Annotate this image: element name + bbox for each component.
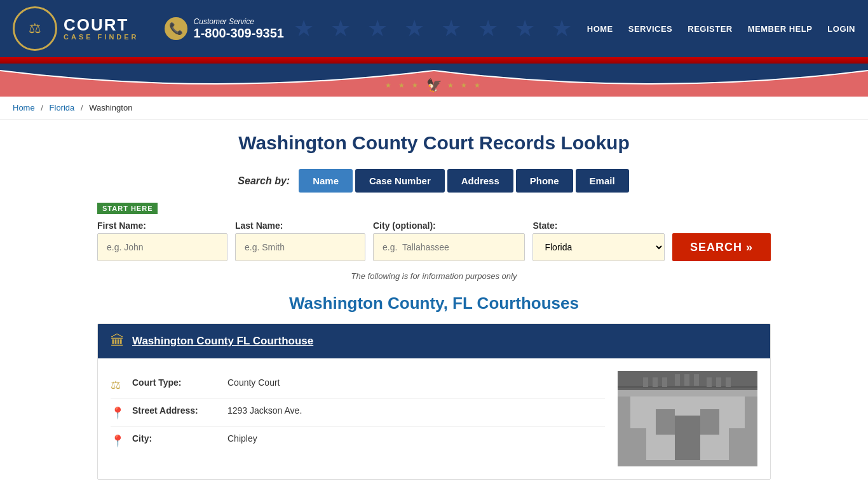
tab-phone[interactable]: Phone: [516, 169, 573, 193]
nav-member-help[interactable]: MEMBER HELP: [748, 24, 813, 34]
red-banner: [0, 57, 868, 64]
search-by-row: Search by: Name Case Number Address Phon…: [97, 169, 771, 193]
nav-home[interactable]: HOME: [587, 24, 613, 34]
site-header: ⚖ COURT CASE FINDER 📞 Customer Service 1…: [0, 0, 868, 57]
nav-register[interactable]: REGISTER: [688, 24, 732, 34]
detail-street: 📍 Street Address: 1293 Jackson Ave.: [111, 399, 605, 427]
search-form-area: START HERE First Name: Last Name: City (…: [97, 203, 771, 261]
street-value: 1293 Jackson Ave.: [227, 405, 302, 416]
first-name-group: First Name:: [97, 220, 227, 261]
city-value-detail: Chipley: [227, 433, 257, 444]
svg-rect-12: [662, 377, 667, 387]
detail-city-partial: 📍 City: Chipley: [111, 427, 605, 454]
svg-rect-15: [694, 374, 699, 386]
breadcrumb-current: Washington: [89, 103, 132, 112]
cs-phone: 1-800-309-9351: [194, 26, 284, 41]
state-label: State:: [532, 220, 665, 231]
start-badge: START HERE: [97, 203, 158, 214]
courthouse-name-link[interactable]: Washington County FL Courthouse: [132, 335, 313, 348]
location-icon: 📍: [111, 406, 126, 420]
svg-rect-11: [653, 377, 658, 387]
eagle-icon: 🦅: [426, 78, 442, 93]
courthouse-details: ⚖ Court Type: County Court 📍 Street Addr…: [111, 371, 605, 466]
breadcrumb-florida[interactable]: Florida: [50, 103, 75, 112]
courthouses-title: Washington County, FL Courthouses: [97, 294, 771, 313]
customer-service: 📞 Customer Service 1-800-309-9351: [165, 17, 284, 41]
tab-address[interactable]: Address: [447, 169, 513, 193]
logo-case-finder-text: CASE FINDER: [64, 33, 139, 41]
street-label: Street Address:: [132, 405, 221, 416]
courthouse-photo: [618, 371, 757, 466]
logo-court-text: COURT: [64, 17, 139, 33]
svg-rect-16: [707, 377, 712, 387]
cs-label: Customer Service: [194, 17, 284, 26]
logo-text: COURT CASE FINDER: [64, 17, 139, 41]
tab-email[interactable]: Email: [576, 169, 629, 193]
city-label-detail: City:: [132, 433, 221, 444]
courthouse-card: 🏛 Washington County FL Courthouse ⚖ Cour…: [97, 323, 771, 480]
eagle-banner: ★ ★ ★ 🦅 ★ ★ ★: [0, 64, 868, 97]
state-select[interactable]: Florida Alabama Alaska Arizona Arkansas …: [532, 233, 665, 261]
breadcrumb-home[interactable]: Home: [13, 103, 35, 112]
header-stars-decoration: ★ ★ ★ ★ ★ ★ ★ ★: [284, 6, 587, 51]
last-name-input[interactable]: [235, 233, 365, 261]
logo-icon: ⚖: [13, 6, 57, 51]
eagle-stars-left: ★ ★ ★: [385, 81, 421, 90]
search-button[interactable]: SEARCH »: [672, 233, 771, 261]
tab-case-number[interactable]: Case Number: [355, 169, 445, 193]
state-group: State: Florida Alabama Alaska Arizona Ar…: [532, 220, 665, 261]
svg-rect-18: [726, 377, 731, 387]
city-icon: 📍: [111, 434, 126, 448]
page-title: Washington County Court Records Lookup: [97, 132, 771, 154]
court-type-value: County Court: [227, 377, 280, 388]
svg-rect-13: [675, 374, 680, 386]
last-name-group: Last Name:: [235, 220, 365, 261]
courthouse-icon: 🏛: [111, 333, 125, 349]
svg-rect-3: [656, 409, 675, 435]
svg-rect-17: [716, 377, 721, 387]
form-row: First Name: Last Name: City (optional): …: [97, 220, 771, 261]
logo-area: ⚖ COURT CASE FINDER: [13, 6, 139, 51]
phone-icon: 📞: [165, 17, 187, 40]
nav-login[interactable]: LOGIN: [827, 24, 855, 34]
court-type-label: Court Type:: [132, 377, 221, 388]
main-content: Washington County Court Records Lookup S…: [85, 119, 783, 488]
search-by-label: Search by:: [238, 175, 290, 187]
nav-services[interactable]: SERVICES: [628, 24, 673, 34]
svg-rect-14: [684, 374, 689, 386]
court-type-icon: ⚖: [111, 378, 126, 392]
svg-rect-6: [624, 428, 646, 460]
main-nav: HOME SERVICES REGISTER MEMBER HELP LOGIN: [587, 24, 855, 34]
courthouse-image: [618, 371, 757, 466]
city-group: City (optional):: [373, 220, 525, 261]
svg-rect-10: [643, 377, 648, 387]
courthouse-header: 🏛 Washington County FL Courthouse: [98, 324, 770, 358]
city-input[interactable]: [373, 233, 525, 261]
svg-rect-5: [675, 416, 700, 460]
first-name-input[interactable]: [97, 233, 227, 261]
detail-court-type: ⚖ Court Type: County Court: [111, 371, 605, 399]
eagle-stars-right: ★ ★ ★: [447, 81, 483, 90]
tab-name[interactable]: Name: [299, 169, 353, 193]
svg-rect-7: [729, 428, 751, 460]
info-note: The following is for information purpose…: [97, 271, 771, 281]
last-name-label: Last Name:: [235, 220, 365, 231]
svg-rect-4: [700, 409, 719, 435]
city-label: City (optional):: [373, 220, 525, 231]
courthouse-body: ⚖ Court Type: County Court 📍 Street Addr…: [98, 358, 770, 479]
breadcrumb: Home / Florida / Washington: [0, 97, 868, 119]
first-name-label: First Name:: [97, 220, 227, 231]
